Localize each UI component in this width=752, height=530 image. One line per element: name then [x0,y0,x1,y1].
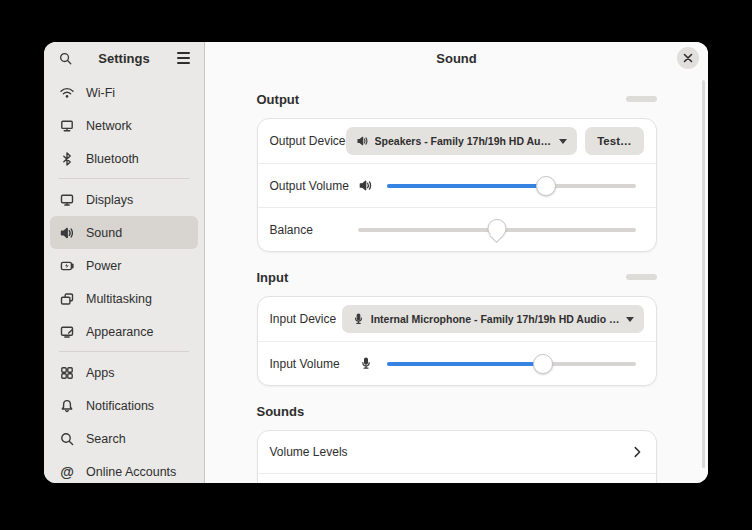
sidebar-item-bluetooth[interactable]: Bluetooth [50,142,198,175]
microphone-icon [358,356,374,371]
input-volume-label: Input Volume [270,357,358,371]
sidebar-headerbar: Settings [44,42,204,74]
output-heading: Output [257,92,300,107]
input-card: Input Device Internal Microphone - Famil… [257,296,657,386]
main-menu-button[interactable] [173,48,193,68]
output-card: Output Device Speakers - Family 17h/19h … [257,118,657,252]
sidebar-item-sound[interactable]: Sound [50,216,198,249]
microphone-icon [352,312,365,326]
sidebar-item-label: Displays [86,193,133,207]
output-volume-slider-fill [387,184,546,188]
test-button[interactable]: Test… [585,127,643,155]
speaker-icon [358,178,374,193]
input-section-header: Input [257,268,657,286]
output-device-row: Output Device Speakers - Family 17h/19h … [258,119,656,163]
multitasking-icon [59,291,75,307]
sounds-heading: Sounds [257,404,305,419]
scrollbar[interactable] [702,80,705,468]
sidebar-item-label: Bluetooth [86,152,139,166]
chevron-down-icon [559,139,567,144]
sidebar-item-label: Appearance [86,325,153,339]
output-volume-slider[interactable] [387,175,636,197]
output-level-meter [626,96,657,102]
notifications-icon [59,398,75,414]
sounds-section-header: Sounds [257,402,657,420]
sound-panel: Sound Output Output Device [205,42,708,483]
search-icon [59,431,75,447]
output-volume-slider-handle[interactable] [536,176,556,196]
close-icon [683,53,693,63]
sidebar-divider [59,351,189,352]
sidebar-item-label: Power [86,259,121,273]
appearance-icon [59,324,75,340]
input-level-meter [626,274,657,280]
volume-levels-row[interactable]: Volume Levels [258,431,656,473]
balance-label: Balance [270,223,358,237]
sidebar-item-displays[interactable]: Displays [50,183,198,216]
sidebar-item-label: Wi-Fi [86,86,115,100]
search-icon [58,51,73,66]
sidebar-nav: Wi-Fi Network Bluetooth [44,74,204,483]
sidebar-item-label: Notifications [86,399,154,413]
balance-slider[interactable] [358,219,636,241]
hamburger-icon [177,52,190,54]
sounds-card: Volume Levels [257,430,657,483]
sidebar-item-search[interactable]: Search [50,422,198,455]
sidebar-item-label: Online Accounts [86,465,176,479]
power-icon [59,258,75,274]
wifi-icon [59,85,75,101]
sidebar-item-label: Multitasking [86,292,152,306]
volume-levels-label: Volume Levels [270,445,348,459]
sidebar-item-multitasking[interactable]: Multitasking [50,282,198,315]
page-title: Sound [436,51,476,66]
sidebar-item-label: Apps [86,366,115,380]
chevron-right-icon [630,445,644,459]
sidebar-item-appearance[interactable]: Appearance [50,315,198,348]
clipped-row [258,473,656,483]
sidebar-item-label: Search [86,432,126,446]
sidebar-item-power[interactable]: Power [50,249,198,282]
sidebar: Settings Wi-Fi Network [44,42,205,483]
input-volume-slider[interactable] [387,353,636,375]
input-volume-slider-fill [387,362,544,366]
chevron-down-icon [626,317,634,322]
sidebar-item-notifications[interactable]: Notifications [50,389,198,422]
main-headerbar: Sound [205,42,708,74]
sidebar-item-label: Network [86,119,132,133]
network-icon [59,118,75,134]
input-volume-row: Input Volume [258,341,656,385]
sidebar-item-label: Sound [86,226,122,240]
input-heading: Input [257,270,289,285]
input-device-value: Internal Microphone - Family 17h/19h HD … [371,313,620,325]
output-device-label: Output Device [270,134,346,148]
input-device-label: Input Device [270,312,337,326]
balance-row: Balance [258,207,656,251]
speaker-icon [356,134,369,148]
bluetooth-icon [59,151,75,167]
input-device-row: Input Device Internal Microphone - Famil… [258,297,656,341]
close-button[interactable] [677,47,699,69]
output-volume-row: Output Volume [258,163,656,207]
output-volume-label: Output Volume [270,179,358,193]
settings-window: Settings Wi-Fi Network [44,42,708,483]
sidebar-divider [59,178,189,179]
apps-icon [59,365,75,381]
sidebar-item-wifi[interactable]: Wi-Fi [50,76,198,109]
online-accounts-icon: @ [59,464,75,480]
search-button[interactable] [55,48,75,68]
sidebar-item-online-accounts[interactable]: @ Online Accounts [50,455,198,483]
sidebar-item-network[interactable]: Network [50,109,198,142]
input-device-dropdown[interactable]: Internal Microphone - Family 17h/19h HD … [342,305,644,333]
displays-icon [59,192,75,208]
output-device-dropdown[interactable]: Speakers - Family 17h/19h HD Audio… [346,127,578,155]
input-volume-slider-handle[interactable] [533,354,553,374]
balance-slider-handle[interactable] [487,219,506,238]
output-section-header: Output [257,90,657,108]
sound-icon [59,225,75,241]
sidebar-item-apps[interactable]: Apps [50,356,198,389]
output-device-value: Speakers - Family 17h/19h HD Audio… [375,135,554,147]
